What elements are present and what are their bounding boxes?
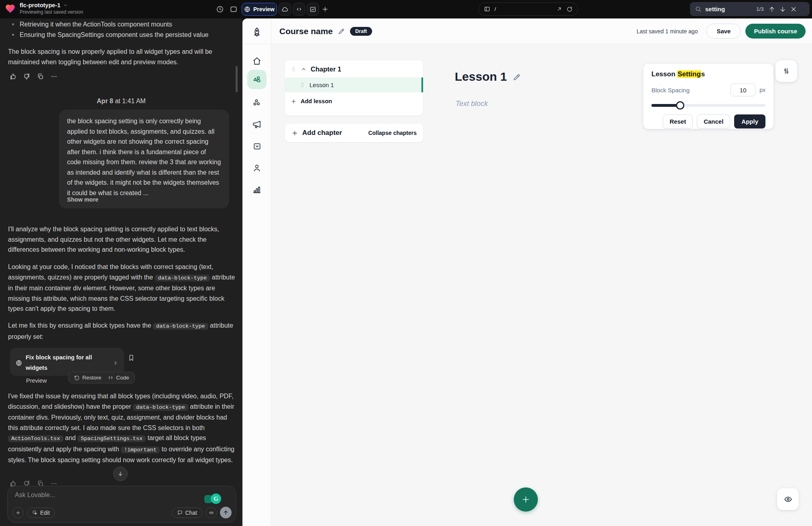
edit-mode-button[interactable]: Edit (27, 508, 55, 518)
show-more-link[interactable]: Show more (67, 195, 98, 205)
lesson-settings-panel: Lesson Settings Block Spacing px Reset C… (643, 64, 773, 129)
panel-layout-icon[interactable] (230, 5, 238, 13)
chevron-right-icon (113, 360, 118, 366)
drag-handle-icon[interactable] (291, 66, 297, 72)
code-view-button[interactable] (293, 3, 305, 16)
eye-icon (784, 495, 792, 504)
preview-button-label: Preview (253, 6, 275, 12)
bullet-dot (12, 23, 14, 25)
lesson-row-selected[interactable]: Lesson 1 (285, 77, 423, 92)
edit-button-label: Edit (40, 510, 50, 516)
save-button[interactable]: Save (706, 24, 741, 39)
drag-handle-icon[interactable] (299, 82, 305, 88)
settings-toggle-button[interactable] (775, 60, 797, 82)
copy-icon[interactable] (37, 73, 44, 80)
spacing-unit-label: px (759, 87, 765, 93)
list-item: Ensuring the SpacingSettings component u… (6, 30, 234, 40)
project-meta: flc-prototype-1 Previewing last saved ve… (20, 2, 83, 15)
thumbs-up-icon[interactable] (10, 73, 16, 80)
chat-input[interactable] (15, 491, 183, 504)
add-tab-icon[interactable] (322, 6, 329, 13)
chat-mode-button[interactable]: Chat (172, 508, 202, 518)
url-path: / (495, 6, 552, 12)
send-button[interactable] (220, 507, 232, 518)
plus-icon (291, 130, 298, 137)
chapter-title: Chapter 1 (311, 65, 341, 73)
collapse-chapter-icon[interactable] (301, 66, 307, 72)
edit-card-title: Fix block spacing for all widgets (26, 353, 109, 373)
cloud-deploy-button[interactable] (279, 3, 291, 16)
rail-courses-item-active[interactable] (247, 70, 267, 89)
megaphone-icon (252, 120, 262, 129)
edit-course-title-icon[interactable] (338, 27, 345, 35)
cancel-button[interactable]: Cancel (697, 114, 730, 128)
project-menu[interactable]: flc-prototype-1 Previewing last saved ve… (5, 2, 83, 15)
globe-icon (244, 6, 250, 12)
app-logo-rocket-icon[interactable] (247, 22, 267, 42)
rail-analytics-item[interactable] (247, 180, 267, 199)
assistant-bullet-list: Retrieving it when the ActionTools compo… (6, 19, 234, 40)
code-button[interactable]: Code (108, 375, 129, 381)
rail-announcements-item[interactable] (247, 115, 267, 134)
search-close-icon[interactable] (790, 6, 797, 13)
draft-status-badge: Draft (350, 27, 372, 36)
more-options-icon[interactable] (51, 73, 57, 80)
slider-thumb[interactable] (676, 101, 684, 110)
apply-button[interactable]: Apply (734, 114, 765, 128)
grammarly-badge-icon[interactable]: G (211, 493, 221, 504)
rail-community-item[interactable] (247, 93, 267, 112)
chat-scrollbar[interactable] (236, 66, 238, 92)
lesson-heading: Lesson 1 (455, 70, 507, 84)
url-bar[interactable]: / (478, 2, 578, 16)
search-next-icon[interactable] (779, 6, 786, 13)
arrow-down-icon (117, 471, 124, 477)
refresh-icon[interactable] (566, 6, 573, 12)
plus-icon (521, 495, 531, 504)
preview-mode-button[interactable]: Preview (242, 3, 277, 16)
rail-divider (242, 44, 271, 44)
preview-eye-button[interactable] (777, 488, 799, 510)
pocket-icon (252, 142, 262, 151)
app-header: Course name Draft Last saved 1 minute ag… (271, 18, 812, 44)
search-match-count: 1/3 (756, 6, 764, 12)
assistant-analysis-intro: I'll analyze why the block spacing setti… (8, 224, 235, 255)
rail-profile-item[interactable] (247, 158, 267, 177)
message-actions (10, 73, 57, 80)
undo-icon (74, 375, 80, 381)
plus-icon (15, 510, 21, 516)
thumbs-down-icon[interactable] (23, 73, 30, 80)
search-input[interactable] (705, 6, 753, 12)
sliders-icon (782, 67, 790, 75)
voice-input-button[interactable] (206, 507, 217, 518)
add-lesson-button[interactable]: Add lesson (285, 92, 423, 110)
add-chapter-button[interactable]: Add chapter (302, 129, 364, 137)
collapse-chapters-button[interactable]: Collapse chapters (368, 130, 417, 136)
block-spacing-slider[interactable] (651, 101, 765, 109)
history-icon[interactable] (216, 5, 224, 13)
add-block-fab[interactable] (514, 487, 538, 512)
text-block-placeholder[interactable]: Text block (456, 100, 488, 108)
bookmark-icon[interactable] (128, 354, 135, 361)
reset-button[interactable]: Reset (663, 114, 693, 128)
home-icon (252, 56, 262, 66)
open-external-icon[interactable] (556, 6, 562, 12)
rail-store-item[interactable] (247, 137, 267, 156)
analytics-button[interactable] (307, 3, 319, 16)
chapter-row[interactable]: Chapter 1 (285, 60, 423, 77)
top-bar: flc-prototype-1 Previewing last saved ve… (0, 0, 812, 18)
publish-course-button[interactable]: Publish course (745, 24, 806, 39)
message-timestamp: Apr 8 at 1:41 AM (0, 96, 242, 106)
code-icon (108, 375, 114, 381)
edit-lesson-title-icon[interactable] (513, 73, 521, 81)
lesson-title: Lesson 1 (309, 82, 334, 88)
scroll-to-bottom-button[interactable] (113, 467, 128, 481)
block-spacing-label: Block Spacing (651, 87, 731, 94)
search-previous-icon[interactable] (768, 6, 775, 13)
restore-button[interactable]: Restore (74, 375, 101, 381)
attach-button[interactable] (12, 507, 24, 518)
block-spacing-input[interactable] (731, 84, 755, 96)
course-title: Course name (279, 27, 333, 36)
chat-composer: G Edit Chat (7, 486, 236, 523)
rail-home-item[interactable] (247, 51, 267, 71)
globe-icon (16, 360, 22, 366)
